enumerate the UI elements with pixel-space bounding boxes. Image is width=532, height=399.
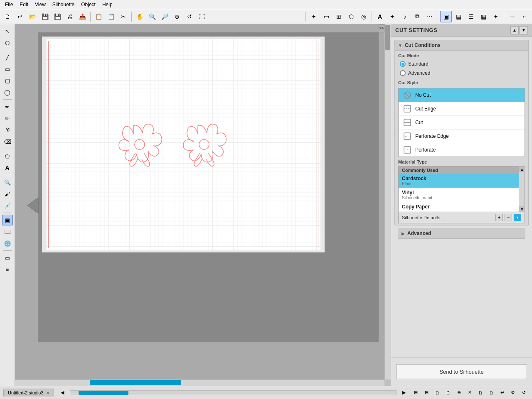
hand-button[interactable]: ✋: [134, 11, 145, 22]
tab-close-btn[interactable]: ✕: [46, 391, 49, 395]
panel3-btn[interactable]: ☰: [465, 11, 477, 22]
bottom-h-scroll[interactable]: [70, 390, 397, 395]
material-scroll[interactable]: Commonly Used Cardstock Plain Vinyl Silh…: [399, 166, 525, 212]
hex-btn[interactable]: ⬡: [345, 11, 357, 22]
menu-object[interactable]: Object: [78, 1, 99, 8]
pen-tool[interactable]: ✒: [2, 101, 13, 112]
tab-untitled[interactable]: Untitled-2.studio3 ✕: [3, 389, 54, 397]
rotate-button[interactable]: ↺: [184, 11, 195, 22]
new-button[interactable]: 🗋: [2, 11, 13, 22]
text-tb-btn[interactable]: A: [374, 11, 386, 22]
rect2-tool[interactable]: ▭: [2, 252, 13, 263]
v-scrollbar[interactable]: [384, 24, 391, 379]
h-scroll-thumb[interactable]: [90, 380, 181, 385]
material-scroll-up-btn[interactable]: ▲: [519, 166, 525, 172]
st-btn1[interactable]: ⊞: [411, 388, 421, 398]
standard-radio[interactable]: [400, 61, 406, 67]
book-tool[interactable]: 📖: [2, 226, 13, 237]
page-btn[interactable]: ▭: [320, 11, 332, 22]
advanced-header[interactable]: ▶ Advanced: [398, 228, 525, 238]
pencil-tool[interactable]: ✏: [2, 113, 13, 124]
zoom-out-button[interactable]: 🔎: [159, 11, 170, 22]
zoom-in-button[interactable]: 🔍: [146, 11, 158, 22]
material-copypaper[interactable]: Copy Paper: [399, 202, 519, 212]
scroll-right-btn[interactable]: ▶: [399, 388, 409, 398]
st-btn3[interactable]: 🗋: [432, 388, 442, 398]
magnifier-tool[interactable]: 🔍: [2, 177, 13, 188]
st-btn7[interactable]: 🗋: [475, 388, 485, 398]
calligraphy-tool[interactable]: 𝒞: [2, 125, 13, 135]
panel-collapse-btn[interactable]: >>: [379, 24, 384, 32]
paste-button[interactable]: 📋: [105, 11, 117, 22]
pointer-tool[interactable]: ↖: [2, 26, 13, 37]
cut-edge-item[interactable]: Cut Edge: [399, 102, 525, 116]
grid-btn[interactable]: ⊞: [333, 11, 345, 22]
bottom-scroll-thumb[interactable]: [79, 391, 128, 395]
send-to-silhouette-button[interactable]: Send to Silhouette: [396, 364, 527, 379]
menu-view[interactable]: View: [32, 1, 49, 8]
node-btn[interactable]: ✦: [308, 11, 320, 22]
scissors-button[interactable]: ✂: [118, 11, 129, 22]
menu-edit[interactable]: Edit: [16, 1, 32, 8]
st-btn4[interactable]: 🗋: [443, 388, 453, 398]
send-button[interactable]: 📤: [76, 11, 88, 22]
cut-conditions-header[interactable]: ▼ Cut Conditions: [395, 40, 528, 51]
st-gear-btn[interactable]: ⚙: [508, 388, 518, 398]
h-scrollbar[interactable]: [15, 379, 384, 386]
receive-tb-btn[interactable]: ←: [519, 11, 530, 22]
st-refresh-btn[interactable]: ↺: [519, 388, 529, 398]
advanced-radio[interactable]: [400, 70, 406, 76]
advanced-radio-row[interactable]: Advanced: [395, 69, 528, 78]
music-tb-btn[interactable]: ♪: [399, 11, 411, 22]
panel-down-btn[interactable]: ▼: [520, 26, 528, 34]
material-remove-btn[interactable]: −: [505, 214, 512, 221]
panel-up-btn[interactable]: ▲: [510, 26, 519, 34]
menu-silhouette[interactable]: Silhouette: [49, 1, 78, 8]
material-dropdown-btn[interactable]: ▼: [514, 214, 521, 221]
highlight-btn[interactable]: ✦: [490, 11, 502, 22]
node-edit-tool[interactable]: ⬡: [2, 37, 13, 48]
print-button[interactable]: 🖨: [64, 11, 76, 22]
fit-button[interactable]: ⊕: [171, 11, 183, 22]
expand-button[interactable]: ⛶: [196, 11, 208, 22]
st-btn5[interactable]: ⊕: [454, 388, 464, 398]
save-red-button[interactable]: 💾: [52, 11, 63, 22]
panel2-btn[interactable]: ▤: [453, 11, 464, 22]
save-button[interactable]: 💾: [39, 11, 51, 22]
panel4-btn[interactable]: ▦: [478, 11, 489, 22]
v-scroll-thumb[interactable]: [385, 25, 390, 50]
text-tool[interactable]: A: [2, 162, 13, 173]
canvas-left-arrow[interactable]: [27, 198, 40, 213]
star-tb-btn[interactable]: ✦: [387, 11, 398, 22]
circle-btn[interactable]: ◎: [358, 11, 369, 22]
no-cut-item[interactable]: No Cut: [399, 88, 525, 102]
perforate-item[interactable]: Perforate: [399, 143, 525, 157]
dotted-tb-btn[interactable]: ⋯: [424, 11, 436, 22]
scroll-left-btn[interactable]: ◀: [57, 388, 67, 398]
st-btn6[interactable]: ✕: [465, 388, 475, 398]
open-file-button[interactable]: 📂: [27, 11, 38, 22]
puzzle-tb-btn[interactable]: ⧉: [411, 11, 423, 22]
rounded-rect-tool[interactable]: ▢: [2, 75, 13, 86]
cut-item[interactable]: Cut: [399, 116, 525, 130]
material-vinyl[interactable]: Vinyl Silhouette brand: [399, 188, 519, 202]
perforate-edge-item[interactable]: Perforate Edge: [399, 130, 525, 143]
lines-tool[interactable]: ≡: [2, 264, 13, 275]
copy-button[interactable]: 📋: [93, 11, 104, 22]
line-tool[interactable]: ╱: [2, 52, 13, 63]
material-scroll-down-btn[interactable]: ▼: [519, 206, 525, 212]
st-btn8[interactable]: 🗋: [486, 388, 496, 398]
panel1-btn[interactable]: ▣: [440, 11, 452, 22]
menu-file[interactable]: File: [2, 1, 16, 8]
standard-radio-row[interactable]: Standard: [395, 59, 528, 69]
menu-help[interactable]: Help: [99, 1, 116, 8]
earth-tool[interactable]: 🌐: [2, 238, 13, 249]
cutting-page[interactable]: [46, 39, 320, 250]
st-btn2[interactable]: ⊟: [421, 388, 431, 398]
material-cardstock[interactable]: Cardstock Plain: [399, 174, 519, 188]
material-add-btn[interactable]: +: [495, 214, 503, 221]
send-tb-btn[interactable]: →: [506, 11, 518, 22]
paint-tool[interactable]: 🖌: [2, 188, 13, 199]
eraser-tool[interactable]: ⌫: [2, 136, 13, 147]
fill-selected-tool[interactable]: ▣: [2, 215, 13, 225]
